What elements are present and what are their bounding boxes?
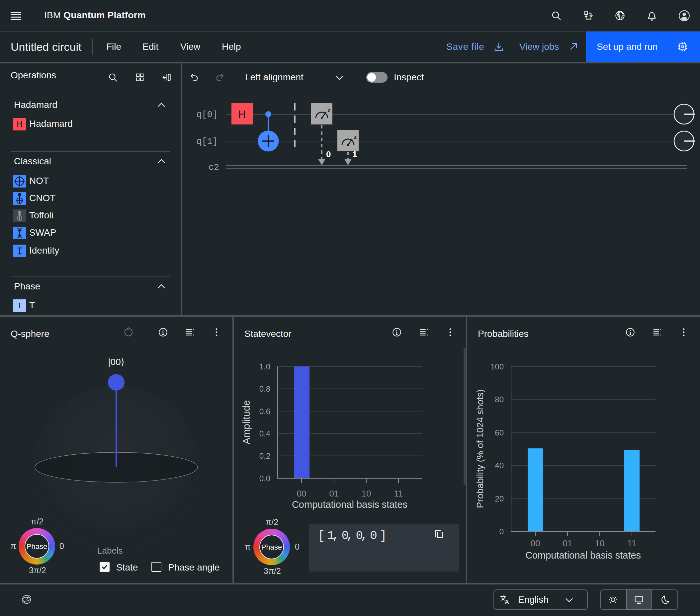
svg-text:Computational basis states: Computational basis states <box>292 499 408 510</box>
svg-text:H: H <box>238 108 246 120</box>
svg-text:11: 11 <box>628 538 637 548</box>
svg-text:q[1]: q[1] <box>196 137 218 147</box>
svg-text:20: 20 <box>495 494 504 503</box>
svg-text:0.8: 0.8 <box>259 384 270 393</box>
svg-text:01: 01 <box>329 489 339 499</box>
svg-text:q[0]: q[0] <box>196 110 218 120</box>
svg-text:Probability (% of 1024 shots): Probability (% of 1024 shots) <box>475 389 485 508</box>
svg-text:10: 10 <box>595 538 605 548</box>
svg-text:0: 0 <box>326 149 331 159</box>
svg-text:00: 00 <box>297 489 307 499</box>
svg-text:1: 1 <box>352 149 357 159</box>
svg-text:10: 10 <box>362 489 371 499</box>
svg-text:c2: c2 <box>209 163 219 172</box>
svg-text:z: z <box>354 133 357 140</box>
svg-text:Amplitude: Amplitude <box>241 400 252 444</box>
svg-text:z: z <box>327 106 331 114</box>
svg-text:0.2: 0.2 <box>259 451 270 460</box>
svg-text:1.0: 1.0 <box>259 362 270 371</box>
svg-text:00: 00 <box>530 538 540 548</box>
svg-text:11: 11 <box>394 489 403 499</box>
svg-text:A: A <box>505 599 509 605</box>
svg-text:40: 40 <box>495 461 504 470</box>
svg-text:01: 01 <box>563 538 573 548</box>
svg-text:100: 100 <box>490 362 504 371</box>
svg-text:Computational basis states: Computational basis states <box>525 550 641 561</box>
svg-text:80: 80 <box>495 395 504 404</box>
svg-text:60: 60 <box>495 428 504 437</box>
svg-text:0.0: 0.0 <box>259 474 270 483</box>
svg-text:0.4: 0.4 <box>259 429 270 438</box>
svg-text:0: 0 <box>499 527 504 536</box>
svg-text:0.6: 0.6 <box>259 407 270 416</box>
